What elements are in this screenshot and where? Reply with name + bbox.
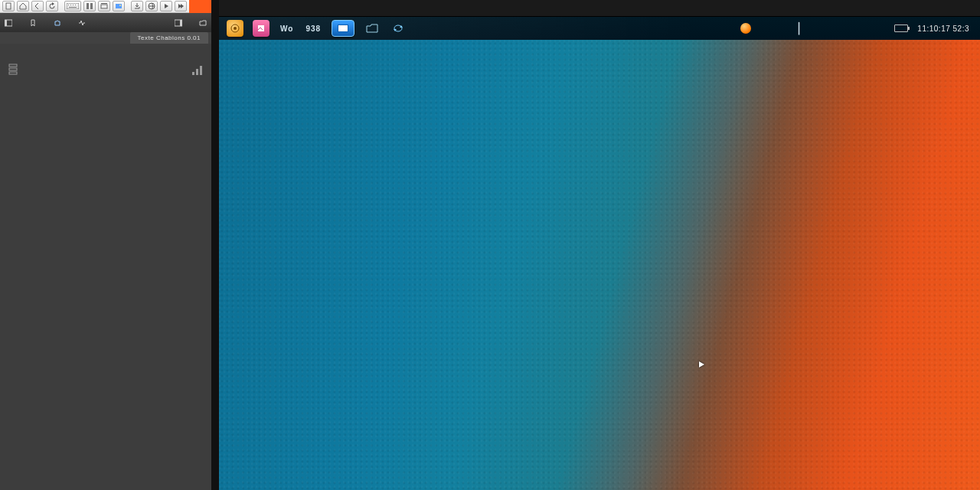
svg-point-26: [234, 27, 237, 30]
folder-open-icon[interactable]: [198, 18, 208, 28]
launcher-icon[interactable]: [227, 20, 243, 37]
svg-rect-22: [192, 72, 194, 75]
back-icon[interactable]: [31, 1, 44, 11]
split-divider[interactable]: [211, 0, 219, 490]
keyboard-icon[interactable]: [64, 1, 81, 11]
globe-icon[interactable]: [145, 1, 158, 11]
reload-icon[interactable]: [46, 1, 58, 11]
document-tab[interactable]: Texte Chablons 0.01: [130, 32, 208, 44]
image-viewer-icon[interactable]: [253, 20, 270, 37]
taskbar: Wo 938 ▏ 11:10:17 52:3: [219, 17, 980, 40]
caret-icon: ▏: [799, 22, 807, 34]
document-tabstrip: Texte Chablons 0.01: [0, 32, 211, 44]
structure-icon[interactable]: [5, 60, 23, 79]
svg-rect-8: [90, 3, 93, 9]
levels-icon[interactable]: [188, 60, 207, 79]
svg-rect-7: [87, 3, 89, 9]
svg-rect-6: [69, 7, 77, 8]
svg-rect-16: [5, 20, 7, 26]
svg-rect-3: [70, 5, 71, 5]
file-icon[interactable]: [2, 1, 15, 11]
svg-rect-18: [180, 20, 182, 26]
panel-tabbar: [0, 13, 211, 32]
notification-dot-icon[interactable]: [740, 23, 751, 34]
display-settings-icon[interactable]: [332, 20, 354, 37]
play-icon[interactable]: [160, 1, 172, 11]
bookmark-icon[interactable]: [28, 18, 38, 28]
top-toolbar: [0, 0, 211, 13]
svg-rect-9: [101, 5, 107, 8]
puzzle-icon[interactable]: [52, 18, 63, 28]
columns-icon[interactable]: [83, 1, 96, 11]
home-icon[interactable]: [17, 1, 29, 11]
left-app-window: Texte Chablons 0.01: [0, 0, 211, 490]
svg-rect-23: [196, 69, 198, 75]
svg-rect-19: [9, 64, 17, 67]
desktop-window: Wo 938 ▏ 11:10:17 52:3: [219, 0, 980, 490]
svg-rect-0: [6, 3, 11, 9]
battery-icon[interactable]: [894, 24, 908, 32]
clock[interactable]: 11:10:17 52:3: [917, 24, 969, 33]
activity-icon[interactable]: [77, 18, 87, 28]
svg-point-12: [119, 5, 121, 6]
editor-body: [0, 44, 211, 490]
gallery-icon[interactable]: [98, 1, 110, 11]
accent-tab[interactable]: [189, 0, 211, 13]
mouse-pointer-icon: [699, 361, 704, 368]
svg-rect-1: [67, 3, 79, 9]
svg-rect-24: [200, 66, 202, 75]
svg-rect-11: [116, 4, 122, 8]
svg-rect-21: [9, 72, 17, 74]
sync-icon[interactable]: [390, 20, 407, 37]
svg-rect-5: [75, 5, 76, 5]
play-all-icon[interactable]: [175, 1, 187, 11]
photo-icon[interactable]: [113, 1, 125, 11]
window-titlebar[interactable]: [219, 0, 980, 17]
svg-rect-10: [101, 3, 107, 4]
panel-right-icon[interactable]: [173, 18, 184, 28]
taskbar-label-1[interactable]: Wo: [279, 20, 295, 37]
panel-left-icon[interactable]: [3, 18, 14, 28]
desktop-wallpaper[interactable]: [219, 40, 980, 490]
file-manager-icon[interactable]: [364, 20, 381, 37]
svg-rect-2: [68, 5, 69, 5]
export-icon[interactable]: [131, 1, 143, 11]
svg-rect-4: [73, 5, 74, 5]
svg-rect-20: [9, 68, 17, 70]
taskbar-label-2[interactable]: 938: [304, 20, 322, 37]
